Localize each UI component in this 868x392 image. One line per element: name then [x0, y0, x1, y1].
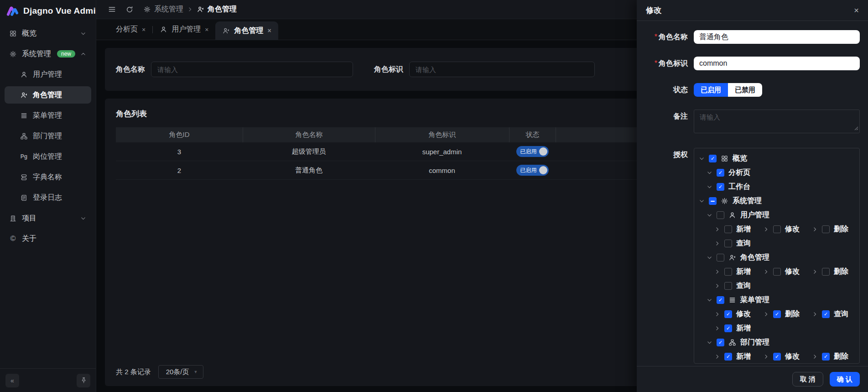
sidebar-item-menus[interactable]: 菜单管理: [5, 107, 91, 124]
chevron-down-icon[interactable]: [707, 255, 712, 261]
chevron-right-icon[interactable]: [714, 240, 720, 246]
tree-node[interactable]: 角色管理: [707, 253, 769, 262]
chevron-right-icon[interactable]: [714, 354, 720, 360]
tree-node[interactable]: 用户管理: [707, 210, 769, 220]
tree-node[interactable]: ✓菜单管理: [707, 295, 769, 305]
tree-node[interactable]: ✓删除: [812, 352, 848, 361]
tree-checkbox[interactable]: [773, 268, 781, 276]
search-input-role-name[interactable]: [151, 62, 353, 77]
tree-checkbox[interactable]: ✓: [717, 339, 724, 346]
tree-node[interactable]: 修改: [763, 225, 800, 234]
tree-node[interactable]: ✓修改: [714, 309, 751, 319]
tree-node[interactable]: 查询: [714, 281, 751, 291]
tree-node[interactable]: 系统管理: [699, 196, 762, 206]
tree-checkbox[interactable]: [724, 282, 732, 290]
chevron-right-icon[interactable]: [812, 269, 818, 275]
tree-node[interactable]: 修改: [763, 267, 800, 277]
sidebar-item-login-logs[interactable]: 登录日志: [5, 189, 91, 206]
chevron-right-icon[interactable]: [763, 269, 769, 275]
chevron-right-icon[interactable]: [714, 283, 720, 289]
sidebar-item-roles[interactable]: 角色管理: [5, 86, 91, 104]
tree-checkbox[interactable]: ✓: [709, 155, 717, 162]
tree-node[interactable]: 新增: [714, 225, 751, 234]
sidebar-item-departments[interactable]: 部门管理: [5, 127, 91, 145]
status-toggle[interactable]: 已启用: [516, 146, 549, 157]
tree-checkbox[interactable]: [773, 225, 781, 233]
status-enabled-option[interactable]: 已启用: [694, 83, 728, 97]
chevron-right-icon[interactable]: [812, 311, 818, 317]
chevron-down-icon[interactable]: [707, 212, 712, 218]
sidebar-item-project[interactable]: 项目: [5, 209, 91, 227]
status-toggle[interactable]: 已启用: [516, 165, 549, 176]
chevron-right-icon[interactable]: [714, 269, 720, 275]
refresh-button[interactable]: [126, 6, 133, 13]
chevron-down-icon[interactable]: [707, 297, 712, 303]
sidebar-item-users[interactable]: 用户管理: [5, 66, 91, 83]
chevron-down-icon[interactable]: [707, 184, 712, 190]
role-code-input[interactable]: [694, 57, 860, 70]
tree-checkbox[interactable]: ✓: [724, 310, 732, 318]
role-name-input[interactable]: [694, 30, 860, 44]
tree-node[interactable]: 删除: [812, 225, 848, 234]
sidebar-pin-button[interactable]: [77, 374, 90, 387]
chevron-down-icon[interactable]: [707, 170, 712, 176]
chevron-right-icon[interactable]: [714, 226, 720, 232]
chevron-right-icon[interactable]: [763, 354, 769, 360]
tree-node[interactable]: ✓概览: [699, 154, 747, 163]
sidebar-item-dictionary[interactable]: 字典名称: [5, 168, 91, 186]
tree-node[interactable]: ✓新增: [714, 352, 751, 361]
breadcrumb-item[interactable]: 系统管理: [143, 5, 183, 14]
sidebar-item-overview[interactable]: 概览: [5, 25, 91, 42]
cancel-button[interactable]: 取 消: [792, 372, 823, 387]
tab-roles[interactable]: 角色管理×: [215, 21, 278, 40]
tree-node[interactable]: ✓查询: [812, 309, 848, 319]
tree-node[interactable]: ✓删除: [763, 309, 800, 319]
tree-checkbox[interactable]: [822, 225, 830, 233]
tab-close-icon[interactable]: ×: [142, 26, 146, 33]
chevron-down-icon[interactable]: [699, 198, 705, 204]
sidebar-item-about[interactable]: ©关于: [5, 230, 91, 247]
tree-checkbox[interactable]: ✓: [717, 296, 724, 304]
chevron-right-icon[interactable]: [812, 226, 818, 232]
menu-toggle-button[interactable]: [108, 5, 116, 13]
tree-node[interactable]: 查询: [714, 239, 751, 248]
tab-users[interactable]: 用户管理×: [153, 19, 215, 40]
tree-checkbox[interactable]: ✓: [724, 324, 732, 332]
tree-checkbox[interactable]: ✓: [822, 353, 830, 361]
chevron-right-icon[interactable]: [714, 311, 720, 317]
search-input-role-code[interactable]: [409, 62, 595, 77]
confirm-button[interactable]: 确 认: [830, 372, 860, 387]
chevron-down-icon[interactable]: [699, 156, 705, 162]
tree-checkbox[interactable]: [724, 268, 732, 276]
tree-checkbox[interactable]: [717, 254, 724, 261]
tree-node[interactable]: ✓修改: [763, 352, 800, 361]
tree-node[interactable]: ✓工作台: [707, 182, 750, 192]
tree-checkbox[interactable]: [822, 268, 830, 276]
tree-checkbox[interactable]: ✓: [724, 353, 732, 361]
tree-checkbox[interactable]: ✓: [773, 310, 781, 318]
breadcrumb-item[interactable]: 角色管理: [197, 5, 237, 14]
tab-close-icon[interactable]: ×: [267, 27, 271, 34]
tree-checkbox[interactable]: ✓: [717, 183, 724, 191]
tree-checkbox[interactable]: ✓: [822, 310, 830, 318]
chevron-right-icon[interactable]: [812, 354, 818, 360]
chevron-down-icon[interactable]: [707, 340, 712, 345]
page-size-select[interactable]: 20条/页 ▼: [158, 365, 204, 379]
tree-checkbox[interactable]: [709, 197, 717, 205]
tree-node[interactable]: ✓部门管理: [707, 338, 769, 347]
chevron-right-icon[interactable]: [763, 311, 769, 317]
chevron-right-icon[interactable]: [763, 226, 769, 232]
tab-close-icon[interactable]: ×: [205, 26, 208, 33]
status-disabled-option[interactable]: 已禁用: [728, 83, 762, 97]
tree-node[interactable]: ✓分析页: [707, 168, 750, 178]
tree-checkbox[interactable]: ✓: [773, 353, 781, 361]
tree-checkbox[interactable]: ✓: [717, 169, 724, 177]
sidebar-collapse-button[interactable]: «: [5, 374, 19, 387]
tree-node[interactable]: 删除: [812, 267, 848, 277]
tree-node[interactable]: 新增: [714, 267, 751, 277]
sidebar-item-system[interactable]: 系统管理new: [5, 45, 91, 63]
tree-checkbox[interactable]: [717, 211, 724, 219]
remark-textarea[interactable]: [694, 110, 860, 133]
sidebar-item-positions[interactable]: Pg岗位管理: [5, 148, 91, 165]
chevron-right-icon[interactable]: [714, 325, 720, 331]
